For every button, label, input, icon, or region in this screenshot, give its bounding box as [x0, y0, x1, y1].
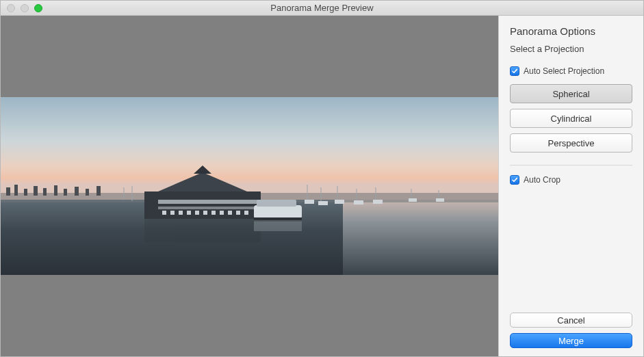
svg-rect-31 — [257, 200, 296, 207]
svg-rect-10 — [64, 189, 67, 196]
projection-perspective-button[interactable]: Perspective — [510, 133, 632, 153]
svg-rect-5 — [14, 185, 18, 196]
checkbox-checked-icon — [510, 66, 519, 76]
checkbox-checked-icon — [510, 175, 519, 185]
svg-rect-7 — [34, 186, 38, 196]
svg-rect-47 — [409, 198, 417, 202]
svg-rect-21 — [179, 211, 183, 215]
merge-button[interactable]: Merge — [510, 333, 632, 348]
svg-rect-29 — [244, 211, 248, 215]
projection-spherical-button[interactable]: Spherical — [510, 84, 632, 103]
svg-rect-44 — [335, 200, 344, 204]
svg-rect-22 — [187, 211, 191, 215]
svg-rect-17 — [158, 200, 261, 204]
svg-rect-45 — [354, 200, 363, 204]
svg-rect-20 — [170, 211, 175, 215]
svg-rect-42 — [305, 200, 314, 204]
svg-rect-19 — [162, 211, 166, 215]
svg-rect-6 — [24, 189, 27, 196]
svg-rect-26 — [220, 211, 224, 215]
svg-rect-14 — [144, 191, 261, 219]
svg-rect-2 — [343, 200, 498, 275]
traffic-lights — [1, 4, 42, 12]
svg-rect-13 — [96, 186, 101, 196]
cancel-button[interactable]: Cancel — [510, 313, 632, 328]
auto-crop-label: Auto Crop — [524, 175, 561, 185]
auto-select-projection-checkbox[interactable]: Auto Select Projection — [510, 66, 632, 76]
svg-rect-25 — [211, 211, 216, 215]
divider — [510, 165, 632, 166]
svg-rect-28 — [236, 211, 240, 215]
svg-rect-24 — [203, 211, 207, 215]
svg-rect-12 — [86, 189, 89, 196]
sidebar-subheading: Select a Projection — [510, 44, 632, 54]
svg-rect-50 — [254, 220, 302, 231]
minimize-icon[interactable] — [21, 4, 29, 12]
sidebar-heading: Panorama Options — [510, 25, 632, 37]
svg-rect-30 — [254, 205, 302, 219]
svg-rect-27 — [228, 211, 232, 215]
auto-select-projection-label: Auto Select Projection — [524, 66, 604, 76]
preview-area — [1, 16, 498, 356]
svg-rect-11 — [75, 187, 79, 196]
sidebar-spacer — [510, 193, 632, 307]
svg-rect-49 — [144, 219, 261, 242]
content-area: Panorama Options Select a Projection Aut… — [1, 16, 643, 356]
panorama-preview-image — [1, 97, 498, 275]
options-sidebar: Panorama Options Select a Projection Aut… — [498, 16, 643, 356]
window-title: Panorama Merge Preview — [1, 3, 643, 13]
svg-rect-4 — [6, 187, 10, 196]
close-icon[interactable] — [7, 4, 15, 12]
auto-crop-checkbox[interactable]: Auto Crop — [510, 175, 632, 185]
panorama-merge-window: Panorama Merge Preview — [0, 0, 644, 357]
maximize-icon[interactable] — [34, 4, 42, 12]
svg-rect-46 — [373, 200, 383, 204]
svg-rect-43 — [318, 201, 328, 205]
svg-rect-8 — [43, 188, 47, 196]
svg-rect-48 — [436, 198, 444, 202]
svg-rect-23 — [195, 211, 199, 215]
svg-rect-9 — [54, 185, 57, 196]
projection-cylindrical-button[interactable]: Cylindrical — [510, 109, 632, 128]
titlebar: Panorama Merge Preview — [1, 1, 643, 16]
svg-rect-18 — [158, 207, 261, 209]
